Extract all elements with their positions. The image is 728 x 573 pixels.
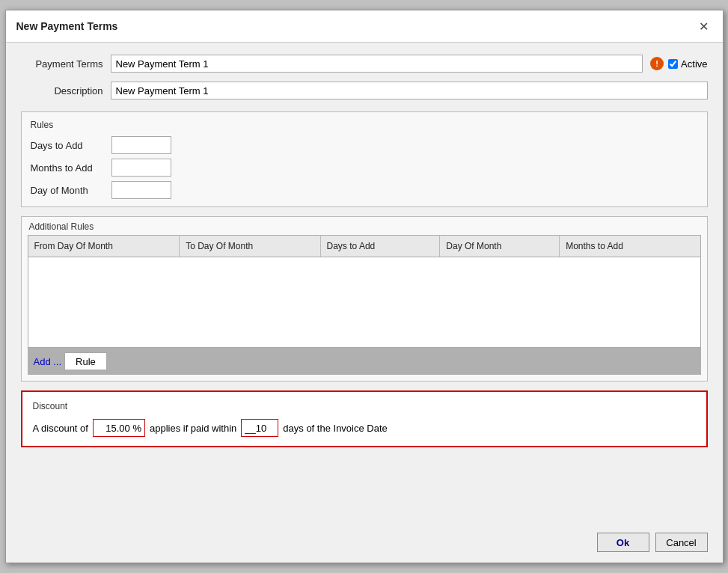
active-row: ! Active — [650, 57, 707, 70]
months-to-add-row: Months to Add — [31, 159, 698, 177]
days-to-add-row: Days to Add — [31, 136, 698, 154]
add-link[interactable]: Add ... — [34, 356, 62, 367]
discount-section: Discount A discount of applies if paid w… — [21, 390, 708, 447]
dialog-body: Payment Terms ! Active Description Rules… — [6, 43, 723, 525]
active-label: Active — [681, 58, 707, 70]
payment-terms-input[interactable] — [111, 55, 643, 73]
rule-button[interactable]: Rule — [64, 352, 107, 370]
discount-suffix: days of the Invoice Date — [283, 423, 387, 434]
description-row: Description — [21, 82, 708, 99]
additional-rules-table: From Day Of Month To Day Of Month Days t… — [28, 235, 701, 348]
rules-title: Rules — [31, 120, 698, 130]
active-checkbox[interactable] — [668, 59, 678, 69]
discount-title: Discount — [33, 401, 696, 411]
days-to-add-input[interactable] — [111, 136, 171, 154]
day-of-month-input[interactable] — [111, 181, 171, 199]
table-header: From Day Of Month To Day Of Month Days t… — [28, 236, 700, 257]
day-of-month-row: Day of Month — [31, 181, 698, 199]
payment-terms-label: Payment Terms — [21, 58, 103, 70]
dialog: New Payment Terms ✕ Payment Terms ! Acti… — [5, 10, 724, 563]
discount-days-input[interactable] — [241, 419, 278, 437]
title-bar: New Payment Terms ✕ — [6, 10, 723, 43]
table-body — [28, 257, 700, 347]
col-days-to-add: Days to Add — [321, 236, 441, 257]
col-months-to-add: Months to Add — [560, 236, 700, 257]
discount-middle: applies if paid within — [150, 423, 236, 434]
discount-percent-input[interactable] — [93, 419, 145, 437]
active-checkbox-label[interactable]: Active — [668, 58, 707, 70]
months-to-add-label: Months to Add — [31, 162, 105, 174]
discount-prefix: A discount of — [33, 423, 88, 434]
months-to-add-input[interactable] — [111, 159, 171, 177]
info-icon: ! — [650, 57, 664, 70]
close-button[interactable]: ✕ — [696, 18, 712, 34]
col-day-of-month: Day Of Month — [440, 236, 560, 257]
col-to-day: To Day Of Month — [180, 236, 320, 257]
description-input[interactable] — [111, 82, 708, 99]
days-to-add-label: Days to Add — [31, 140, 105, 151]
discount-row: A discount of applies if paid within day… — [33, 419, 696, 437]
toolbar-row: Add ... Rule — [28, 348, 701, 375]
cancel-button[interactable]: Cancel — [655, 533, 708, 552]
additional-rules-title: Additional Rules — [22, 217, 707, 235]
dialog-title: New Payment Terms — [16, 20, 118, 32]
col-from-day: From Day Of Month — [28, 236, 180, 257]
payment-terms-row: Payment Terms ! Active — [21, 55, 708, 73]
rules-section: Rules Days to Add Months to Add Day of M… — [21, 111, 708, 207]
day-of-month-label: Day of Month — [31, 185, 105, 196]
dialog-footer: Ok Cancel — [6, 525, 723, 563]
additional-rules-section: Additional Rules From Day Of Month To Da… — [21, 216, 708, 382]
description-label: Description — [21, 85, 103, 96]
ok-button[interactable]: Ok — [597, 533, 649, 552]
